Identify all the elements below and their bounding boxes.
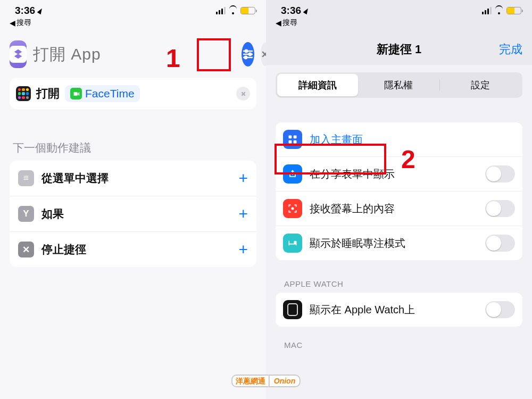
cell-signal-icon — [216, 7, 226, 14]
status-bar: 3:36 — [0, 0, 266, 18]
clear-icon — [240, 91, 246, 97]
back-to-search[interactable]: ◀ 搜尋 — [0, 18, 266, 31]
apple-watch-toggle[interactable] — [485, 301, 515, 318]
tab-settings[interactable]: 設定 — [440, 74, 521, 96]
receive-screen-toggle[interactable] — [485, 200, 515, 217]
sleep-focus-row[interactable]: 顯示於睡眠專注模式 — [276, 226, 522, 260]
facetime-chip[interactable]: FaceTime — [65, 85, 140, 102]
status-bar: 3:36 — [266, 0, 532, 18]
apple-watch-group-label: APPLE WATCH — [266, 260, 532, 293]
menu-icon: ≡ — [18, 170, 34, 186]
svg-rect-10 — [289, 136, 292, 139]
apple-watch-icon — [283, 300, 302, 319]
location-icon — [37, 7, 44, 14]
tab-details[interactable]: 詳細資訊 — [277, 74, 358, 96]
details-list: 加入主畫面 在分享表單中顯示 接收螢幕上的內容 顯示於睡眠專注模式 — [276, 122, 522, 260]
clear-action-button[interactable] — [236, 87, 250, 101]
back-chevron-icon: ◀ — [10, 19, 15, 27]
shortcut-settings-button[interactable] — [242, 42, 254, 66]
open-app-action-card[interactable]: 打開 FaceTime — [10, 78, 256, 110]
wifi-icon — [494, 7, 504, 14]
apps-grid-icon — [16, 86, 31, 101]
suggestion-list: ≡ 從選單中選擇 + Y 如果 + ✕ 停止捷徑 + — [10, 161, 256, 267]
share-sheet-toggle[interactable] — [485, 165, 515, 182]
clock: 3:36 — [281, 5, 301, 16]
annotation-marker-2: 2 — [401, 145, 415, 174]
bed-icon — [283, 234, 302, 253]
page-title: 新捷徑 1 — [377, 41, 421, 57]
tab-privacy[interactable]: 隱私權 — [358, 74, 439, 96]
open-word: 打開 — [36, 86, 60, 102]
suggestion-row[interactable]: ✕ 停止捷徑 + — [10, 232, 256, 267]
sliders-icon — [242, 48, 254, 61]
clock: 3:36 — [15, 5, 35, 16]
add-icon: + — [238, 205, 248, 223]
suggestion-row[interactable]: Y 如果 + — [10, 196, 256, 232]
sleep-focus-toggle[interactable] — [485, 235, 515, 252]
shortcuts-glyph-icon — [12, 48, 24, 60]
done-button[interactable]: 完成 — [499, 41, 522, 57]
apple-watch-list: 顯示在 Apple Watch上 — [276, 293, 522, 327]
mac-group-label: MAC — [266, 327, 532, 354]
back-to-search[interactable]: ◀ 搜尋 — [266, 18, 532, 31]
stop-icon: ✕ — [18, 242, 34, 257]
svg-rect-11 — [294, 136, 297, 139]
shortcut-details-screen: 3:36 ◀ 搜尋 新捷徑 1 完成 詳細資訊 隱私權 設定 加入主畫面 — [266, 0, 532, 399]
next-action-header: 下一個動作建議 — [0, 110, 266, 161]
annotation-box-1 — [197, 38, 231, 71]
cell-signal-icon — [482, 7, 492, 14]
battery-icon — [506, 7, 521, 14]
facetime-icon — [70, 88, 82, 99]
scan-icon — [283, 199, 302, 218]
add-icon: + — [238, 240, 248, 259]
location-icon — [303, 7, 310, 14]
shortcut-editor-screen: 3:36 ◀ 搜尋 — [0, 0, 266, 399]
annotation-box-2 — [275, 144, 386, 174]
svg-rect-13 — [294, 140, 297, 144]
battery-icon — [240, 7, 255, 14]
receive-screen-row[interactable]: 接收螢幕上的內容 — [276, 192, 522, 226]
shortcut-app-icon[interactable] — [10, 40, 27, 68]
suggestion-row[interactable]: ≡ 從選單中選擇 + — [10, 161, 256, 196]
apple-watch-row[interactable]: 顯示在 Apple Watch上 — [276, 293, 522, 327]
add-icon: + — [238, 169, 248, 187]
watermark: 洋蔥網通Onion — [231, 377, 301, 386]
annotation-marker-1: 1 — [166, 44, 180, 73]
svg-point-14 — [292, 207, 294, 210]
back-chevron-icon: ◀ — [276, 19, 281, 27]
svg-rect-12 — [289, 140, 292, 144]
if-icon: Y — [18, 206, 34, 222]
segmented-control: 詳細資訊 隱私權 設定 — [276, 72, 522, 98]
wifi-icon — [228, 7, 238, 14]
